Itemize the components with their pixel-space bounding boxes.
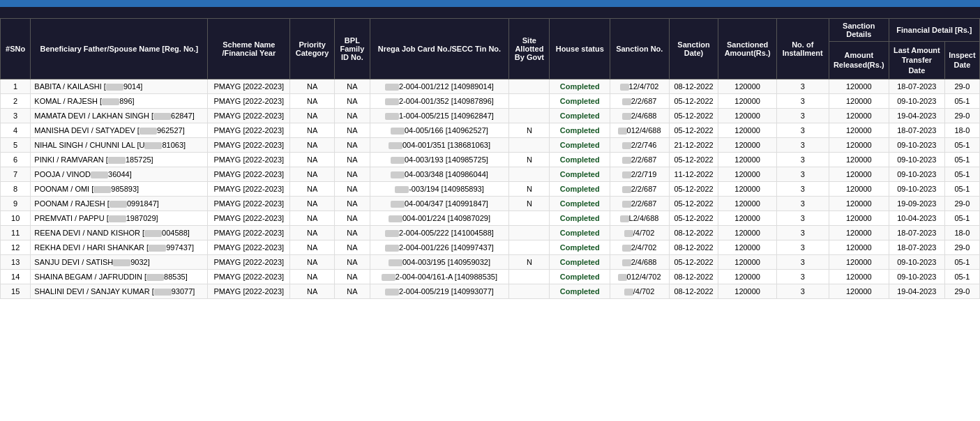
cell-installments: 3	[776, 79, 829, 93]
cell-sno: 14	[1, 269, 31, 284]
cell-bpl: NA	[335, 196, 370, 210]
cell-site	[509, 225, 550, 240]
redacted-text	[140, 128, 157, 135]
redacted-sanction	[622, 201, 631, 208]
cell-name: POONAM / OMI [ 985893]	[31, 181, 208, 196]
cell-sanction-date: 05-12-2022	[669, 93, 718, 108]
cell-inspect-date: 29-0	[944, 79, 979, 93]
status-badge: Completed	[560, 112, 600, 120]
cell-house-status: Completed	[550, 269, 610, 284]
cell-site	[509, 137, 550, 152]
cell-scheme: PMAYG [2022-2023]	[208, 181, 290, 196]
cell-amount-released: 120000	[829, 254, 889, 269]
cell-amount-released: 120000	[829, 196, 889, 210]
cell-last-transfer: 09-10-2023	[889, 269, 944, 284]
cell-jobcard: 04-003/193 [140985725]	[370, 152, 509, 167]
cell-name: PINKI / RAMVARAN [ 185725]	[31, 152, 208, 167]
redacted-text	[106, 84, 123, 91]
table-row: 15 SHALINI DEVI / SANJAY KUMAR [ 93077] …	[1, 284, 980, 298]
cell-name: BABITA / KAILASHI [ 9014]	[31, 79, 208, 93]
cell-installments: 3	[776, 123, 829, 137]
status-badge: Completed	[560, 126, 600, 135]
redacted-jobcard	[395, 186, 409, 193]
cell-scheme: PMAYG [2022-2023]	[208, 93, 290, 108]
cell-amount-released: 120000	[829, 284, 889, 298]
cell-house-status: Completed	[550, 210, 610, 225]
cell-inspect-date: 05-1	[944, 181, 979, 196]
cell-last-transfer: 19-09-2023	[889, 196, 944, 210]
status-badge: Completed	[560, 229, 600, 237]
cell-sanction-no: /4/702	[610, 225, 669, 240]
cell-scheme: PMAYG [2022-2023]	[208, 254, 290, 269]
table-row: 11 REENA DEVI / NAND KISHOR [ 004588] PM…	[1, 225, 980, 240]
redacted-jobcard	[389, 215, 402, 222]
status-badge: Completed	[560, 170, 600, 178]
status-badge: Completed	[560, 199, 600, 208]
cell-sno: 3	[1, 108, 31, 123]
cell-scheme: PMAYG [2022-2023]	[208, 210, 290, 225]
cell-house-status: Completed	[550, 108, 610, 123]
cell-last-transfer: 09-10-2023	[889, 137, 944, 152]
cell-sno: 10	[1, 210, 31, 225]
cell-inspect-date: 05-1	[944, 152, 979, 167]
cell-sanction-no: 2/2/687	[610, 196, 669, 210]
cell-amount-released: 120000	[829, 152, 889, 167]
cell-site	[509, 93, 550, 108]
cell-inspect-date: 05-1	[944, 93, 979, 108]
cell-sanction-no: 2/2/746	[610, 137, 669, 152]
redacted-sanction	[622, 157, 631, 164]
redacted-text	[109, 215, 126, 222]
cell-priority: NA	[290, 123, 335, 137]
redacted-sanction	[622, 259, 631, 266]
cell-name: POONAM / RAJESH [ 0991847]	[31, 196, 208, 210]
cell-site: N	[509, 254, 550, 269]
cell-house-status: Completed	[550, 254, 610, 269]
cell-sanction-amount: 120000	[718, 93, 776, 108]
col-scheme: Scheme Name/Financial Year	[208, 19, 290, 79]
cell-priority: NA	[290, 167, 335, 181]
cell-sanction-date: 08-12-2022	[669, 269, 718, 284]
cell-name: KOMAL / RAJESH [ 896]	[31, 93, 208, 108]
cell-sanction-no: 2/4/688	[610, 254, 669, 269]
redacted-sanction	[622, 113, 631, 120]
cell-scheme: PMAYG [2022-2023]	[208, 284, 290, 298]
cell-priority: NA	[290, 210, 335, 225]
cell-installments: 3	[776, 181, 829, 196]
redacted-jobcard	[385, 113, 399, 120]
col-sanction-amount: SanctionedAmount(Rs.)	[718, 19, 776, 79]
cell-name: MAMATA DEVI / LAKHAN SINGH [ 62847]	[31, 108, 208, 123]
redacted-text	[108, 157, 126, 164]
cell-bpl: NA	[335, 210, 370, 225]
redacted-sanction	[624, 230, 633, 237]
cell-sanction-amount: 120000	[718, 123, 776, 137]
redacted-jobcard	[385, 245, 399, 252]
table-row: 7 POOJA / VINOD 36044] PMAYG [2022-2023]…	[1, 167, 980, 181]
cell-last-transfer: 09-10-2023	[889, 93, 944, 108]
table-row: 5 NIHAL SINGH / CHUNNI LAL [U 81063] PMA…	[1, 137, 980, 152]
col-sanction-details-header: SanctionDetails	[829, 19, 889, 42]
status-badge: Completed	[560, 185, 600, 193]
table-header-row1: #SNo Beneficiary Father/Spouse Name [Reg…	[1, 19, 980, 42]
cell-jobcard: -003/194 [140985893]	[370, 181, 509, 196]
cell-house-status: Completed	[550, 79, 610, 93]
cell-sanction-date: 05-12-2022	[669, 123, 718, 137]
cell-site: N	[509, 196, 550, 210]
cell-name: POOJA / VINOD 36044]	[31, 167, 208, 181]
cell-scheme: PMAYG [2022-2023]	[208, 137, 290, 152]
cell-amount-released: 120000	[829, 93, 889, 108]
redacted-jobcard	[391, 201, 405, 208]
cell-house-status: Completed	[550, 123, 610, 137]
cell-site: N	[509, 181, 550, 196]
cell-priority: NA	[290, 196, 335, 210]
cell-scheme: PMAYG [2022-2023]	[208, 123, 290, 137]
cell-bpl: NA	[335, 181, 370, 196]
cell-last-transfer: 18-07-2023	[889, 79, 944, 93]
cell-scheme: PMAYG [2022-2023]	[208, 196, 290, 210]
cell-sanction-no: 2/4/688	[610, 108, 669, 123]
table-row: 8 POONAM / OMI [ 985893] PMAYG [2022-202…	[1, 181, 980, 196]
redacted-jobcard	[391, 128, 405, 135]
banner	[0, 7, 980, 18]
redacted-text	[146, 274, 164, 281]
cell-sanction-amount: 120000	[718, 240, 776, 254]
cell-bpl: NA	[335, 79, 370, 93]
